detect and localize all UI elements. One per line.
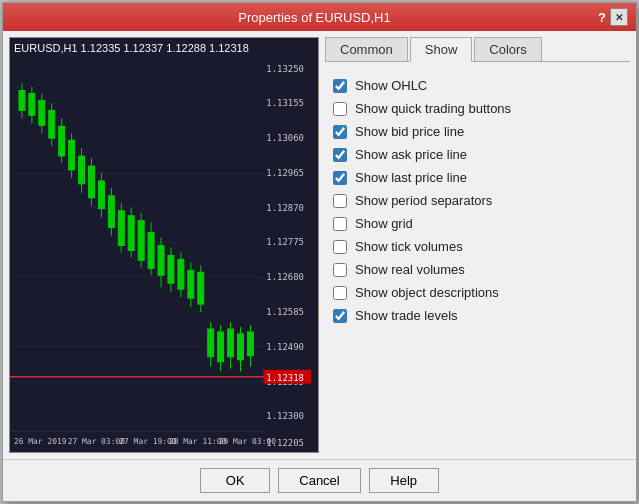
label-show-real-volumes[interactable]: Show real volumes <box>355 262 465 277</box>
label-show-trade-levels[interactable]: Show trade levels <box>355 308 458 323</box>
title-controls: ? ✕ <box>598 8 628 26</box>
svg-rect-69 <box>238 334 244 360</box>
tab-colors[interactable]: Colors <box>474 37 542 61</box>
label-show-ohlc[interactable]: Show OHLC <box>355 78 427 93</box>
checkbox-show-quick-trading[interactable] <box>333 102 347 116</box>
label-show-last-price[interactable]: Show last price line <box>355 170 467 185</box>
checkbox-show-ohlc[interactable] <box>333 79 347 93</box>
cancel-button[interactable]: Cancel <box>278 468 360 493</box>
dialog-footer: OK Cancel Help <box>3 459 636 501</box>
svg-rect-37 <box>79 156 85 184</box>
svg-rect-67 <box>228 329 234 357</box>
help-button[interactable]: Help <box>369 468 439 493</box>
title-bar: Properties of EURUSD,H1 ? ✕ <box>3 3 636 31</box>
svg-text:1.13060: 1.13060 <box>266 133 304 143</box>
svg-rect-47 <box>128 216 134 251</box>
tabs-container: Common Show Colors <box>325 37 630 62</box>
properties-dialog: Properties of EURUSD,H1 ? ✕ EURUSD,H1 1.… <box>2 2 637 502</box>
svg-text:27 Mar 03:00: 27 Mar 03:00 <box>68 437 126 446</box>
option-show-ask-price: Show ask price line <box>333 143 622 166</box>
checkbox-show-obj-desc[interactable] <box>333 286 347 300</box>
svg-text:1.13250: 1.13250 <box>266 64 304 74</box>
label-show-obj-desc[interactable]: Show object descriptions <box>355 285 499 300</box>
close-icon[interactable]: ✕ <box>610 8 628 26</box>
option-show-tick-volumes: Show tick volumes <box>333 235 622 258</box>
label-show-bid-price[interactable]: Show bid price line <box>355 124 464 139</box>
chart-header: EURUSD,H1 1.12335 1.12337 1.12288 1.1231… <box>14 42 249 54</box>
option-show-last-price: Show last price line <box>333 166 622 189</box>
svg-text:1.12318: 1.12318 <box>266 373 304 383</box>
option-show-bid-price: Show bid price line <box>333 120 622 143</box>
svg-rect-41 <box>98 181 104 209</box>
right-panel: Common Show Colors Show OHLC Show quick … <box>325 37 630 453</box>
svg-rect-63 <box>208 329 214 357</box>
svg-text:1.12680: 1.12680 <box>266 272 304 282</box>
svg-rect-55 <box>168 255 174 283</box>
checkbox-show-period-sep[interactable] <box>333 194 347 208</box>
svg-rect-35 <box>69 140 75 170</box>
checkbox-show-grid[interactable] <box>333 217 347 231</box>
svg-text:1.12870: 1.12870 <box>266 203 304 213</box>
label-show-period-sep[interactable]: Show period separators <box>355 193 492 208</box>
svg-rect-29 <box>39 100 45 125</box>
svg-rect-49 <box>138 221 144 261</box>
chart-panel: EURUSD,H1 1.12335 1.12337 1.12288 1.1231… <box>9 37 319 453</box>
checkbox-show-last-price[interactable] <box>333 171 347 185</box>
svg-rect-51 <box>148 233 154 269</box>
label-show-quick-trading[interactable]: Show quick trading buttons <box>355 101 511 116</box>
option-show-trade-levels: Show trade levels <box>333 304 622 327</box>
options-panel: Show OHLC Show quick trading buttons Sho… <box>325 70 630 453</box>
option-show-obj-desc: Show object descriptions <box>333 281 622 304</box>
option-show-quick-trading: Show quick trading buttons <box>333 97 622 120</box>
checkbox-show-real-volumes[interactable] <box>333 263 347 277</box>
checkbox-show-tick-volumes[interactable] <box>333 240 347 254</box>
svg-rect-33 <box>59 126 65 156</box>
label-show-grid[interactable]: Show grid <box>355 216 413 231</box>
svg-text:1.13155: 1.13155 <box>266 98 304 108</box>
dialog-title: Properties of EURUSD,H1 <box>31 10 598 25</box>
checkbox-show-trade-levels[interactable] <box>333 309 347 323</box>
svg-text:1.12585: 1.12585 <box>266 307 304 317</box>
svg-rect-43 <box>108 196 114 228</box>
dialog-body: EURUSD,H1 1.12335 1.12337 1.12288 1.1231… <box>3 31 636 459</box>
label-show-tick-volumes[interactable]: Show tick volumes <box>355 239 463 254</box>
option-show-period-sep: Show period separators <box>333 189 622 212</box>
svg-text:1.12490: 1.12490 <box>266 342 304 352</box>
svg-rect-27 <box>29 93 35 115</box>
tab-common[interactable]: Common <box>325 37 408 61</box>
svg-rect-45 <box>118 211 124 246</box>
option-show-real-volumes: Show real volumes <box>333 258 622 281</box>
ok-button[interactable]: OK <box>200 468 270 493</box>
svg-text:1.12775: 1.12775 <box>266 237 304 247</box>
svg-text:26 Mar 2019: 26 Mar 2019 <box>14 437 67 446</box>
svg-rect-65 <box>218 332 224 362</box>
label-show-ask-price[interactable]: Show ask price line <box>355 147 467 162</box>
svg-rect-57 <box>178 259 184 289</box>
svg-rect-39 <box>88 166 94 198</box>
option-show-ohlc: Show OHLC <box>333 74 622 97</box>
svg-rect-53 <box>158 245 164 275</box>
svg-text:1.12965: 1.12965 <box>266 168 304 178</box>
svg-rect-71 <box>247 332 253 356</box>
svg-rect-61 <box>198 272 204 304</box>
checkbox-show-ask-price[interactable] <box>333 148 347 162</box>
svg-text:29 Mar 03:00: 29 Mar 03:00 <box>219 437 277 446</box>
checkbox-show-bid-price[interactable] <box>333 125 347 139</box>
svg-rect-25 <box>19 91 25 111</box>
tab-show[interactable]: Show <box>410 37 473 62</box>
svg-rect-31 <box>49 110 55 138</box>
svg-rect-59 <box>188 270 194 298</box>
help-titlebar-button[interactable]: ? <box>598 8 606 26</box>
svg-text:1.12300: 1.12300 <box>266 411 304 421</box>
option-show-grid: Show grid <box>333 212 622 235</box>
